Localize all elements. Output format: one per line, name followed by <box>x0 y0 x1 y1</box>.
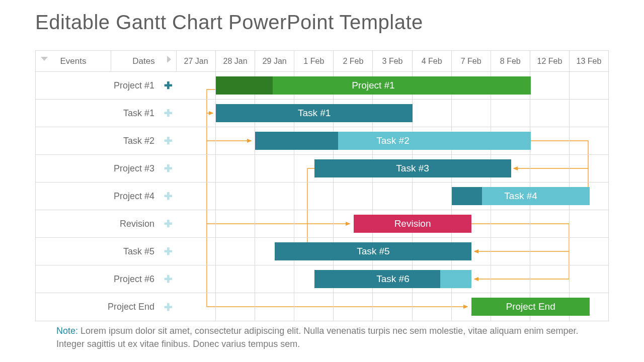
row-label-text: Project #4 <box>114 191 154 202</box>
header-dates-label: Dates <box>132 56 154 66</box>
gantt-bar-label: Task #5 <box>357 246 389 257</box>
expand-icon[interactable]: ✚ <box>164 80 173 90</box>
row-label: Project #6✚ <box>36 265 177 293</box>
gantt-bar[interactable]: Task #6 <box>314 270 472 288</box>
timeline-cell: 2 Feb <box>334 51 373 71</box>
row-label: Project #3✚ <box>36 155 177 182</box>
row-track: Task #3 <box>177 155 608 182</box>
chevron-down-icon <box>41 57 48 61</box>
gantt-bar[interactable]: Revision <box>354 215 472 233</box>
gantt-body: Project #1✚Project #1Task #1✚Task #1Task… <box>36 72 608 321</box>
gantt-row: Project #3✚Task #3 <box>36 155 608 183</box>
gantt-bar[interactable]: Task #1 <box>216 104 413 122</box>
header-events-col[interactable]: Events <box>36 51 111 71</box>
expand-icon[interactable]: ✚ <box>164 274 173 284</box>
row-track: Project End <box>177 293 608 321</box>
timeline-header: 27 Jan28 Jan29 Jan1 Feb2 Feb3 Feb4 Feb7 … <box>177 51 608 71</box>
expand-icon[interactable]: ✚ <box>164 302 173 312</box>
gantt-row: Task #1✚Task #1 <box>36 100 608 127</box>
gantt-bar-label: Task #3 <box>396 163 429 174</box>
page-title: Editable Gantt Chart PowerPoint Template <box>35 11 423 34</box>
row-label: Project #1✚ <box>36 72 177 99</box>
gantt-row: Project #4✚Task #4 <box>36 183 608 210</box>
row-label-text: Project #6 <box>114 274 154 285</box>
gantt-bar-label: Project End <box>506 301 555 312</box>
row-label: Project End✚ <box>36 293 177 321</box>
timeline-cell: 1 Feb <box>294 51 334 71</box>
row-label: Task #1✚ <box>36 100 177 127</box>
expand-icon[interactable]: ✚ <box>164 219 173 229</box>
row-track: Task #6 <box>177 265 608 293</box>
chevron-right-icon <box>167 56 171 63</box>
gantt-bar[interactable]: Project End <box>471 298 590 316</box>
footer-note: Note: Lorem ipsum dolor sit amet, consec… <box>56 324 586 350</box>
row-track: Task #2 <box>177 127 608 154</box>
gantt-row: Task #2✚Task #2 <box>36 127 608 155</box>
gantt-bar-label: Task #1 <box>298 108 331 119</box>
timeline-cell: 8 Feb <box>491 51 530 71</box>
gantt-row: Project #1✚Project #1 <box>36 72 608 100</box>
row-label-text: Task #2 <box>123 136 154 146</box>
gantt-row: Revision✚Revision <box>36 210 608 238</box>
gantt-bar-label: Task #6 <box>376 274 409 285</box>
row-label-text: Task #1 <box>123 108 154 119</box>
gantt-row: Task #5✚Task #5 <box>36 238 608 265</box>
row-label: Task #5✚ <box>36 238 177 265</box>
timeline-cell: 29 Jan <box>255 51 294 71</box>
row-label-text: Project #3 <box>114 163 154 174</box>
row-label: Task #2✚ <box>36 127 177 154</box>
header-dates-col[interactable]: Dates <box>111 51 177 71</box>
expand-icon[interactable]: ✚ <box>164 163 173 173</box>
timeline-cell: 7 Feb <box>452 51 491 71</box>
gantt-bar[interactable]: Task #4 <box>452 187 590 205</box>
gantt-bar[interactable]: Task #3 <box>314 159 511 177</box>
gantt-header: Events Dates 27 Jan28 Jan29 Jan1 Feb2 Fe… <box>36 51 608 72</box>
gantt-row: Project End✚Project End <box>36 293 608 321</box>
row-label: Project #4✚ <box>36 183 177 210</box>
row-track: Project #1 <box>177 72 608 99</box>
timeline-cell: 3 Feb <box>373 51 412 71</box>
expand-icon[interactable]: ✚ <box>164 136 173 146</box>
expand-icon[interactable]: ✚ <box>164 191 173 201</box>
gantt-bar[interactable]: Project #1 <box>216 76 530 95</box>
row-label-text: Revision <box>120 219 154 229</box>
row-track: Task #5 <box>177 238 608 265</box>
row-label: Revision✚ <box>36 210 177 237</box>
row-track: Task #4 <box>177 183 608 210</box>
gantt-chart: Events Dates 27 Jan28 Jan29 Jan1 Feb2 Fe… <box>35 50 609 321</box>
timeline-cell: 27 Jan <box>177 51 216 71</box>
gantt-row: Project #6✚Task #6 <box>36 265 608 293</box>
gantt-bar-label: Project #1 <box>352 80 395 91</box>
gantt-bar-label: Task #2 <box>376 135 409 146</box>
expand-icon[interactable]: ✚ <box>164 246 173 256</box>
row-track: Revision <box>177 210 608 237</box>
row-track: Task #1 <box>177 100 608 127</box>
row-label-text: Task #5 <box>123 246 154 257</box>
gantt-bar-label: Task #4 <box>504 191 537 202</box>
gantt-bar-label: Revision <box>394 218 431 229</box>
note-label: Note: <box>56 326 78 336</box>
timeline-cell: 13 Feb <box>570 51 608 71</box>
timeline-cell: 12 Feb <box>530 51 570 71</box>
row-label-text: Project #1 <box>114 80 154 91</box>
gantt-bar[interactable]: Task #5 <box>275 242 471 260</box>
row-label-text: Project End <box>108 302 154 312</box>
expand-icon[interactable]: ✚ <box>164 108 173 118</box>
note-text: Lorem ipsum dolor sit amet, consectetur … <box>56 326 578 349</box>
header-events-label: Events <box>60 56 87 66</box>
timeline-cell: 28 Jan <box>216 51 255 71</box>
gantt-bar[interactable]: Task #2 <box>255 132 530 150</box>
timeline-cell: 4 Feb <box>413 51 452 71</box>
